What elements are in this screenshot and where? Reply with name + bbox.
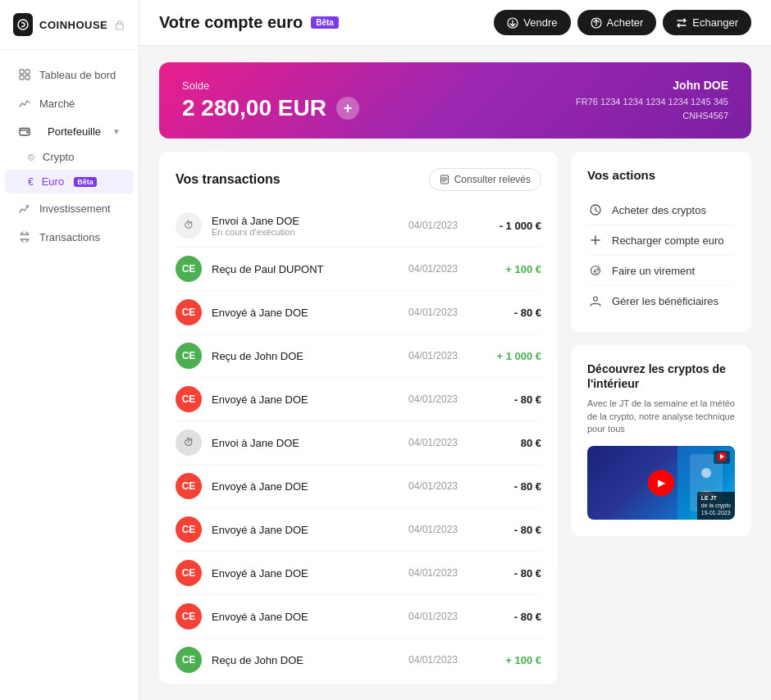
svg-rect-5 [25,75,30,80]
logo-text: COINHOUSE [39,19,107,31]
transaction-row: CE Reçu de John DOE 04/01/2023 + 100 € [176,639,541,682]
tx-info: Reçu de John DOE [212,654,390,666]
tx-info: Envoyé à Jane DOE [212,307,390,319]
two-col-layout: Vos transactions Consulter relevés ⏱ Env… [159,152,751,684]
tx-avatar: ⏱ [176,430,202,456]
play-button[interactable]: ▶ [648,470,674,496]
sidebar-item-marche[interactable]: Marché [5,89,134,117]
acheter-button[interactable]: Acheter [577,10,657,35]
tx-date: 04/01/2023 [400,611,466,622]
chevron-icon: ▼ [112,127,121,136]
tx-date: 04/01/2023 [400,437,466,448]
action-label-recharge: Recharger compte euro [612,234,724,247]
tx-avatar: CE [176,516,202,543]
tx-date: 04/01/2023 [400,350,466,361]
sidebar-nav: Tableau de bord Marché Portefeuille ▼ [0,50,139,700]
sidebar-item-portefeuille[interactable]: Portefeuille ▼ [5,118,134,144]
tx-date: 04/01/2023 [400,480,466,492]
tx-name: Envoyé à Jane DOE [212,480,390,493]
tx-date: 04/01/2023 [400,220,466,231]
tx-amount: + 1 000 € [476,350,541,362]
plus-icon [587,232,604,248]
sidebar-item-transactions[interactable]: Transactions [5,223,134,251]
tx-date: 04/01/2023 [400,567,466,579]
svg-rect-4 [20,75,24,80]
tx-info: Envoi à Jane DOE [212,437,390,449]
vendre-button[interactable]: Vendre [494,10,570,35]
crypto-icon: © [28,152,34,162]
consult-releves-button[interactable]: Consulter relevés [429,168,541,191]
action-item-recharge[interactable]: Recharger compte euro [587,225,735,256]
sidebar-item-euro[interactable]: € Euro Bêta [5,170,134,193]
tx-name: Envoi à Jane DOE [212,437,390,449]
tx-avatar: CE [176,343,202,369]
topbar-title-area: Votre compte euro Bêta [159,13,339,32]
balance-plus-button[interactable]: + [336,97,359,120]
tx-name: Envoyé à Jane DOE [212,611,390,623]
sidebar-label-investissement: Investissement [39,202,111,215]
tx-avatar: CE [176,299,202,325]
euro-arrow-icon: € [587,262,604,279]
tx-avatar: CE [176,386,202,412]
trend-icon [18,202,31,215]
clock-icon [587,202,604,218]
content-area: Solde 2 280,00 EUR + John DOE FR76 1234 … [139,46,771,700]
transaction-row: CE Reçu de John DOE 04/01/2023 + 1 000 € [176,334,541,378]
balance-amount: 2 280,00 EUR + [182,95,359,121]
tx-name: Reçu de John DOE [212,654,390,666]
tx-info: Envoyé à Jane DOE [212,393,390,406]
user-iban: FR76 1234 1234 1234 1234 1245 345 CNHS45… [576,95,728,122]
video-thumbnail[interactable]: ▶ LE JT de la cryp [587,446,735,520]
lock-icon [114,18,125,31]
tx-amount: - 80 € [476,307,541,319]
tx-amount: + 100 € [476,263,541,275]
action-item-buy-crypto[interactable]: Acheter des cryptos [587,195,735,225]
sidebar-label-tableau-de-bord: Tableau de bord [39,69,116,81]
sidebar-label-portefeuille: Portefeuille [48,125,101,138]
echanger-button[interactable]: Echanger [663,10,751,35]
tx-amount: - 1 000 € [476,220,541,232]
actions-list: Acheter des cryptos Recharger compte eur… [587,195,735,316]
transaction-row: CE Envoyé à Jane DOE 04/01/2023 - 80 € [176,508,541,552]
acheter-label: Acheter [607,16,644,29]
transaction-row: CE Envoyé à Jane DOE 04/01/2023 - 80 € [176,552,541,595]
balance-user: John DOE FR76 1234 1234 1234 1234 1245 3… [576,79,728,122]
right-panel: Vos actions Acheter des cryptos Recharge… [571,152,751,684]
sidebar-item-tableau-de-bord[interactable]: Tableau de bord [5,61,134,89]
euro-beta-badge: Bêta [74,177,97,187]
tx-date: 04/01/2023 [400,524,466,535]
sidebar-item-investissement[interactable]: Investissement [5,194,134,222]
svg-point-0 [18,20,28,30]
video-overlay-text: LE JT de la crypto 19-01-2023 [697,492,735,519]
person-icon [587,293,604,309]
actions-panel: Vos actions Acheter des cryptos Recharge… [571,152,751,332]
tx-info: Reçu de Paul DUPONT [212,263,390,275]
tx-name: Envoyé à Jane DOE [212,393,390,406]
tx-avatar: CE [176,256,202,282]
transaction-row: CE Envoyé à Jane DOE 04/01/2023 - 80 € [176,291,541,334]
svg-rect-2 [20,70,24,74]
tx-amount: - 80 € [476,567,541,580]
transaction-row: ⏱ Envoi à Jane DOE En cours d'exécution … [176,204,541,248]
transaction-row: CE Envoyé à Jane DOE 04/01/2023 - 80 € [176,595,541,639]
vendre-label: Vendre [523,16,557,29]
action-item-virement[interactable]: € Faire un virement [587,256,735,286]
tx-status: En cours d'exécution [212,227,390,237]
topbar-actions: Vendre Acheter Echanger [494,10,751,35]
action-item-beneficiaires[interactable]: Gérer les bénéficiaires [587,286,735,316]
play-small-icon [718,452,726,461]
action-label-buy-crypto: Acheter des cryptos [612,204,706,216]
sidebar-item-crypto[interactable]: © Crypto [5,145,134,169]
transactions-header: Vos transactions Consulter relevés [176,168,541,191]
vendre-icon [507,17,518,29]
tx-avatar: CE [176,647,202,673]
tx-name: Reçu de John DOE [212,350,390,362]
tx-info: Envoyé à Jane DOE [212,611,390,623]
transaction-row: ⏱ Envoi à Jane DOE 04/01/2023 80 € [176,421,541,465]
sidebar-label-euro: Euro [42,175,64,188]
transaction-row: CE Reçu de Paul DUPONT 04/01/2023 + 100 … [176,248,541,291]
tx-avatar: CE [176,603,202,630]
tx-amount: - 80 € [476,611,541,623]
svg-rect-1 [116,24,124,30]
tx-name: Reçu de Paul DUPONT [212,263,390,275]
